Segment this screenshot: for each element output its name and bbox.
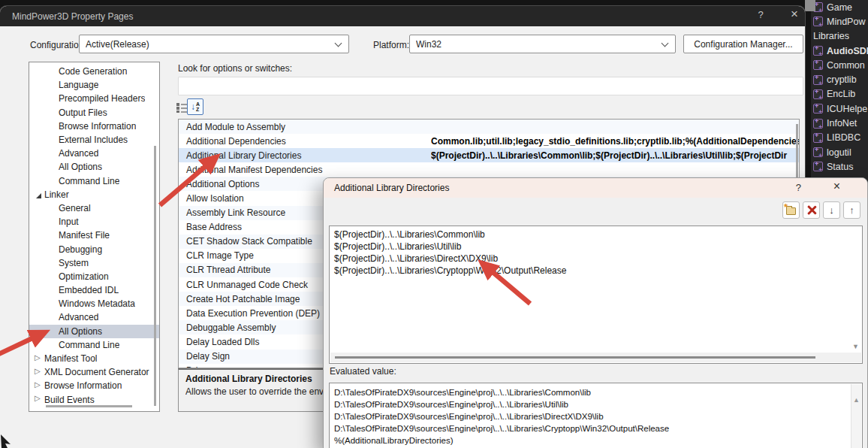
tree-expander-icon[interactable] [48, 163, 56, 171]
property-grid-row[interactable]: Additional Manifest Dependencies [179, 162, 799, 177]
tree-item[interactable]: Precompiled Headers [29, 92, 159, 105]
move-down-button[interactable]: ↓ [823, 201, 840, 219]
close-icon[interactable]: × [787, 7, 802, 22]
property-grid-row[interactable]: Additional Dependencies Common.lib;util.… [179, 134, 799, 148]
tree-expander-icon[interactable] [48, 68, 56, 76]
tree-expander-icon[interactable] [34, 190, 42, 198]
tree-expander-icon[interactable] [34, 395, 42, 404]
solution-explorer-item[interactable]: Game [811, 0, 868, 14]
tree-expander-icon[interactable] [48, 81, 56, 89]
tree-expander-icon[interactable] [48, 259, 56, 267]
tree-item[interactable]: Command Line [29, 174, 159, 188]
tree-expander-icon[interactable] [34, 355, 42, 363]
evaluated-line: D:\TalesOfPirateDX9\sources\Engine\proj\… [330, 410, 862, 422]
solution-explorer-item[interactable]: EncLib [811, 87, 868, 101]
tree-item[interactable]: All Options [29, 325, 159, 338]
scroll-down-icon[interactable]: ▼ [852, 343, 859, 350]
tree-expander-icon[interactable] [48, 204, 56, 212]
configuration-dropdown[interactable]: Active(Release) [79, 35, 349, 53]
search-input[interactable] [178, 77, 803, 95]
tree-item[interactable]: Advanced [29, 147, 159, 160]
additional-library-directories-dialog: Additional Library Directories ? × * ↓ ↑… [323, 177, 868, 448]
evaluated-vertical-scrollbar[interactable]: ▲ [851, 384, 861, 448]
tree-expander-icon[interactable] [48, 300, 56, 308]
solution-explorer-item[interactable]: ICUHelpe [811, 101, 868, 116]
configuration-manager-button[interactable]: Configuration Manager... [683, 35, 803, 53]
dialog-title-bar[interactable]: MindPower3D Property Pages ? × [0, 6, 805, 26]
tree-expander-icon[interactable] [48, 177, 56, 185]
tree-expander-icon[interactable] [48, 286, 56, 295]
tree-expander-icon[interactable] [48, 95, 56, 103]
tree-expander-icon[interactable] [48, 218, 56, 226]
solution-item-label: cryptlib [827, 74, 857, 85]
property-grid-row[interactable]: Additional Library Directories $(Project… [179, 148, 799, 162]
directories-list[interactable]: $(ProjectDir)..\..\Libraries\Common\lib$… [329, 226, 863, 364]
scrollbar-thumb[interactable] [335, 356, 815, 359]
tree-vertical-scrollbar[interactable] [154, 146, 156, 406]
tree-expander-icon[interactable] [34, 382, 42, 390]
tree-expander-icon[interactable] [34, 368, 42, 377]
scroll-up-icon[interactable]: ▲ [853, 396, 860, 404]
tree-expander-icon[interactable] [48, 108, 56, 117]
solution-explorer-item[interactable]: cryptlib [811, 72, 868, 86]
new-line-button[interactable]: * [782, 201, 800, 219]
property-value[interactable]: Common.lib;util.lib;legacy_stdio_definit… [431, 136, 799, 147]
solution-explorer-item[interactable]: Libraries [811, 29, 868, 44]
solution-explorer-item[interactable]: MindPow [811, 14, 868, 29]
tree-expander-icon[interactable] [48, 150, 56, 158]
delete-line-button[interactable] [803, 201, 820, 219]
solution-explorer-item[interactable]: Common [811, 58, 868, 72]
tree-item[interactable]: Advanced [29, 310, 159, 324]
tree-horizontal-scrollbar[interactable] [46, 405, 132, 407]
tree-expander-icon[interactable] [48, 341, 56, 349]
popup-title-bar[interactable]: Additional Library Directories ? × [324, 178, 867, 198]
tree-item[interactable]: Language [29, 78, 159, 92]
tree-item[interactable]: Browse Information [29, 379, 159, 392]
tree-item[interactable]: Output Files [29, 106, 159, 120]
directory-entry[interactable]: $(ProjectDir)..\..\Libraries\Cryptopp\Wi… [330, 265, 862, 277]
tree-item[interactable]: Embedded IDL [29, 283, 159, 297]
directory-entry[interactable]: $(ProjectDir)..\..\Libraries\DirectX\DX9… [330, 253, 862, 265]
solution-explorer-item[interactable]: InfoNet [811, 116, 868, 130]
property-grid-row[interactable]: Add Module to Assembly [179, 120, 799, 134]
tree-item[interactable]: Build Events [29, 393, 159, 407]
move-up-button[interactable]: ↑ [843, 201, 860, 219]
tree-item[interactable]: Debugging [29, 242, 159, 256]
tree-item[interactable]: Manifest Tool [29, 352, 159, 365]
solution-explorer-item[interactable]: logutil [811, 145, 868, 159]
directory-entry[interactable]: $(ProjectDir)..\..\Libraries\Common\lib [330, 229, 862, 241]
popup-help-icon[interactable]: ? [796, 182, 801, 193]
tree-expander-icon[interactable] [48, 136, 56, 144]
tree-expander-icon[interactable] [48, 327, 56, 335]
tree-item[interactable]: All Options [29, 160, 159, 174]
tree-item[interactable]: Command Line [29, 338, 159, 352]
tree-item[interactable]: General [29, 201, 159, 215]
tree-item[interactable]: Windows Metadata [29, 297, 159, 310]
tree-item[interactable]: Linker [29, 188, 159, 201]
property-value[interactable]: $(ProjectDir)..\..\Libraries\Common\lib;… [431, 150, 799, 161]
platform-dropdown[interactable]: Win32 [409, 35, 676, 53]
tree-expander-icon[interactable] [48, 232, 56, 240]
list-horizontal-scrollbar[interactable] [330, 353, 861, 362]
tree-item[interactable]: System [29, 256, 159, 270]
solution-explorer-item[interactable]: AudioSDL [811, 44, 868, 58]
tree-expander-icon[interactable] [48, 245, 56, 253]
tree-expander-icon[interactable] [48, 313, 56, 322]
solution-item-label: InfoNet [827, 118, 857, 129]
tree-item[interactable]: External Includes [29, 133, 159, 147]
tree-expander-icon[interactable] [48, 272, 56, 280]
tree-item[interactable]: Browse Information [29, 120, 159, 133]
directory-entry[interactable]: $(ProjectDir)..\..\Libraries\Util\lib [330, 241, 862, 253]
tree-expander-icon[interactable] [48, 122, 56, 130]
popup-close-icon[interactable]: × [833, 180, 840, 193]
tree-item[interactable]: Manifest File [29, 229, 159, 242]
help-icon[interactable]: ? [754, 9, 767, 20]
tree-item[interactable]: Input [29, 215, 159, 229]
evaluated-value-box[interactable]: D:\TalesOfPirateDX9\sources\Engine\proj\… [329, 383, 863, 448]
solution-explorer-item[interactable]: LIBDBC [811, 131, 868, 145]
tree-item[interactable]: XML Document Generator [29, 365, 159, 379]
tree-item[interactable]: Code Generation [29, 65, 159, 78]
tree-item[interactable]: Optimization [29, 270, 159, 283]
sort-alphabetical-button[interactable]: ↓ A Z [187, 98, 203, 115]
solution-explorer-item[interactable]: Status [811, 159, 868, 174]
